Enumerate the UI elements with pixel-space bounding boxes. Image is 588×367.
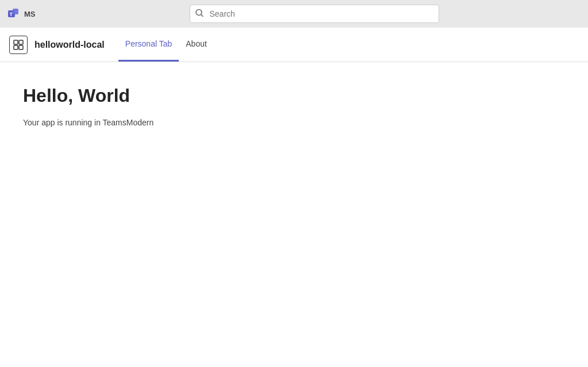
search-input[interactable] [190,5,439,23]
ms-label: MS [24,10,36,18]
tabs: Personal Tab About [118,28,214,62]
svg-rect-9 [19,45,23,49]
app-header: helloworld-local Personal Tab About [0,28,588,62]
svg-rect-8 [14,45,18,49]
app-title: helloworld-local [34,40,105,50]
page-subtext: Your app is running in TeamsModern [23,118,565,127]
ms-logo-area: T MS [7,7,41,21]
page-heading: Hello, World [23,85,565,106]
svg-rect-2 [13,9,18,14]
content-area: Hello, World Your app is running in Team… [0,62,588,367]
tab-about[interactable]: About [179,28,214,62]
svg-text:T: T [10,12,13,17]
top-bar: T MS [0,0,588,28]
app-icon [9,36,28,54]
tab-personal-tab[interactable]: Personal Tab [118,28,179,62]
svg-rect-6 [14,40,18,44]
search-bar [190,5,439,23]
svg-rect-7 [19,40,23,44]
teams-icon: T [7,7,21,21]
